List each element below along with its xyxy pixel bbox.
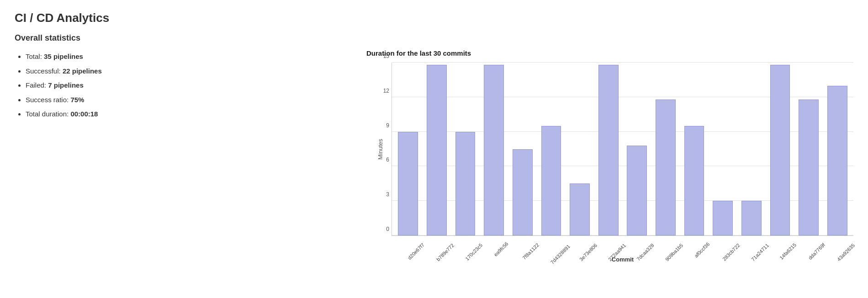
x-tick-label: 7d4328891 [550, 243, 571, 265]
bar-group: 272aa941 [594, 63, 623, 235]
chart-title: Duration for the last 30 commits [366, 49, 853, 57]
stat-total-value: 35 pipelines [44, 52, 83, 60]
bar-group: 43a92635 [823, 63, 852, 235]
bar [598, 65, 619, 235]
bar-group: 7f8a1122 [508, 63, 537, 235]
stat-successful-label: Successful: [26, 67, 61, 75]
y-tick-label: 3 [375, 191, 389, 198]
bar [541, 126, 561, 235]
stat-successful: Successful: 22 pipelines [26, 64, 357, 78]
stat-duration-label: Total duration: [26, 110, 69, 118]
x-tick-label: 283cb722 [721, 242, 741, 262]
bar-group: dda7769f [794, 63, 823, 235]
y-tick-label: 9 [375, 122, 389, 129]
y-tick-label: 6 [375, 157, 389, 163]
x-tick-label: 3e73e806 [578, 242, 598, 262]
bar-group: 7dcaa328 [623, 63, 651, 235]
bar [484, 65, 504, 235]
bar-group: ea9fc56 [480, 63, 508, 235]
x-tick-label: 7f8a1122 [521, 242, 540, 261]
stat-ratio-label: Success ratio: [26, 96, 69, 104]
stat-total: Total: 35 pipelines [26, 49, 357, 64]
x-tick-label: 14fa6215 [779, 242, 798, 261]
y-tick-label: 0 [375, 226, 389, 232]
stat-failed-label: Failed: [26, 81, 46, 89]
y-tick-label: 12 [375, 88, 389, 94]
chart-container: Minutes Commit d20e67f7b789e772170c23c5e… [366, 63, 853, 272]
stat-failed-value: 7 pipelines [48, 81, 84, 89]
bar [827, 86, 847, 235]
stats-section: Total: 35 pipelines Successful: 22 pipel… [15, 49, 357, 121]
bar-group: 14fa6215 [766, 63, 794, 235]
page-title: CI / CD Analytics [15, 11, 853, 25]
x-tick-label: ea9fc56 [493, 241, 509, 257]
x-tick-label: af0ccf36 [693, 241, 710, 259]
bar-group: 3e73e806 [566, 63, 594, 235]
main-layout: Total: 35 pipelines Successful: 22 pipel… [15, 49, 853, 272]
bar-group: 283cb722 [709, 63, 737, 235]
bar [570, 183, 590, 235]
bar-group: af0ccf36 [680, 63, 709, 235]
stat-ratio: Success ratio: 75% [26, 93, 357, 107]
bar-group: 7d4328891 [537, 63, 566, 235]
x-tick-label: b789e772 [435, 242, 455, 262]
x-tick-label: 909ba1b5 [664, 242, 684, 262]
bar [427, 65, 447, 235]
stats-heading: Overall statistics [15, 33, 853, 43]
bar [455, 132, 476, 235]
x-tick-label: 170c23c5 [464, 242, 483, 261]
bar [741, 201, 762, 235]
stat-duration-value: 00:00:18 [70, 110, 98, 118]
bar [770, 65, 790, 235]
stat-successful-value: 22 pipelines [63, 67, 102, 75]
bar [398, 132, 418, 235]
stat-ratio-value: 75% [70, 96, 84, 104]
x-tick-label: 71a24711 [750, 242, 770, 262]
stat-total-label: Total: [26, 52, 42, 60]
bar [627, 146, 647, 235]
bar-group: d20e67f7 [394, 63, 423, 235]
stat-failed: Failed: 7 pipelines [26, 78, 357, 93]
bars-area: d20e67f7b789e772170c23c5ea9fc567f8a11227… [392, 63, 853, 235]
x-tick-label: dda7769f [807, 242, 826, 261]
chart-section: Duration for the last 30 commits Minutes… [357, 49, 853, 272]
bar-group: b789e772 [423, 63, 451, 235]
y-tick-label: 15 [375, 53, 389, 59]
bar [713, 201, 733, 235]
bar [799, 99, 819, 235]
stat-duration: Total duration: 00:00:18 [26, 107, 357, 121]
stats-list: Total: 35 pipelines Successful: 22 pipel… [15, 49, 357, 121]
x-tick-label: 43a92635 [836, 242, 856, 262]
x-tick-label: d20e67f7 [407, 242, 426, 261]
bar-group: 71a24711 [737, 63, 766, 235]
bar [513, 149, 533, 236]
bar [684, 126, 704, 235]
chart-inner: Minutes Commit d20e67f7b789e772170c23c5e… [392, 63, 853, 236]
x-tick-label: 7dcaa328 [635, 242, 655, 262]
bar-group: 170c23c5 [451, 63, 480, 235]
bar [656, 99, 676, 235]
bar-group: 909ba1b5 [651, 63, 680, 235]
